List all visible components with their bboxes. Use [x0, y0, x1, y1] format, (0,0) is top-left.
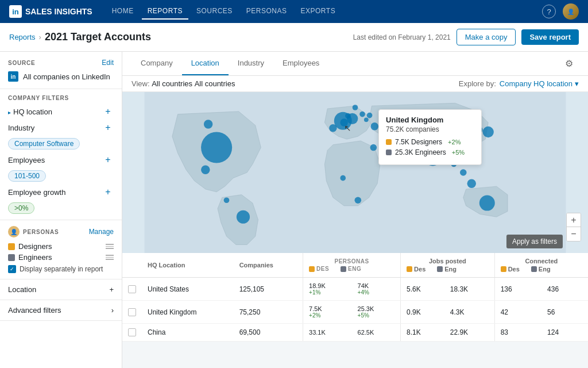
des-conn-us: 136 [494, 278, 541, 301]
eng-emp-uk: 25.3K +5% [352, 301, 401, 324]
nav-links: HOME REPORTS SOURCES PERSONAS EXPORTS [106, 3, 341, 20]
svg-point-25 [370, 144, 377, 151]
main-content: Company Location Industry Employees ⚙ Vi… [122, 52, 588, 368]
hq-location-label: ▸HQ location [8, 108, 52, 116]
svg-point-8 [204, 120, 212, 128]
industry-tag[interactable]: Computer Software [8, 138, 80, 150]
employees-row: Employees + [8, 154, 114, 166]
display-separately-checkbox[interactable]: ✓ [8, 265, 16, 273]
row-checkbox-uk[interactable] [128, 308, 136, 316]
advanced-filters-item[interactable]: Advanced filters › [0, 300, 122, 321]
row-checkbox-cn[interactable] [128, 328, 136, 336]
source-name: All companies on LinkedIn [23, 72, 110, 81]
country-uk: United Kingdom [142, 301, 234, 324]
tab-company[interactable]: Company [131, 52, 182, 75]
companies-us: 125,105 [234, 278, 303, 301]
svg-point-18 [340, 175, 346, 181]
apply-filters-button[interactable]: Apply as filters [506, 235, 563, 248]
view-value[interactable]: All countries [152, 79, 192, 88]
svg-point-11 [460, 169, 467, 176]
location-label: Location [8, 285, 36, 294]
hq-location-row: ▸HQ location + [8, 106, 114, 117]
last-edited-text: Last edited on February 1, 2021 [353, 33, 451, 41]
linkedin-icon: in [9, 5, 22, 18]
des-emp-uk: 7.5K +2% [303, 301, 352, 324]
tab-location[interactable]: Location [182, 52, 229, 75]
th-select-all [122, 253, 142, 278]
employee-growth-label: Employee growth [8, 188, 65, 197]
svg-point-7 [479, 195, 495, 211]
nav-home[interactable]: HOME [106, 3, 140, 20]
make-copy-button[interactable]: Make a copy [457, 29, 516, 45]
employee-growth-add-button[interactable]: + [102, 186, 114, 198]
app-name: SALES INSIGHTS [25, 7, 92, 16]
des-jobs-uk: 0.9K [401, 301, 444, 324]
tooltip-engineers-label: 25.3K Engineers [395, 148, 446, 156]
data-table: HQ Location Companies PERSONAS Des Eng [122, 253, 588, 342]
eng-emp-cn: 62.5K [352, 324, 401, 342]
breadcrumb-chevron: › [39, 33, 41, 41]
nav-reports[interactable]: REPORTS [142, 3, 188, 20]
explore-chevron-icon: ▾ [575, 79, 579, 88]
designers-name: Designers [18, 242, 102, 251]
employee-growth-row: Employee growth + [8, 186, 114, 198]
map-tooltip: United Kingdom 75.2K companies 7.5K Desi… [378, 109, 482, 165]
engineers-drag-handle[interactable] [106, 255, 114, 260]
designers-drag-handle[interactable] [106, 244, 114, 249]
source-section: SOURCE Edit in All companies on LinkedIn [0, 52, 122, 89]
tab-employees[interactable]: Employees [273, 52, 328, 75]
table-area: HQ Location Companies PERSONAS Des Eng [122, 253, 588, 342]
tooltip-engineers-growth: +5% [452, 149, 465, 156]
persona-designers: Designers [8, 242, 114, 251]
location-filter-item[interactable]: Location + [0, 279, 122, 300]
breadcrumb-reports-link[interactable]: Reports [9, 33, 36, 41]
breadcrumb: Reports › 2021 Target Accounts [9, 31, 151, 43]
table-row: China 69,500 33.1K 62.5K [122, 324, 588, 342]
main-layout: SOURCE Edit in All companies on LinkedIn… [0, 52, 588, 368]
nav-right: ? 👤 [542, 3, 579, 20]
engineers-color [8, 254, 15, 261]
industry-add-button[interactable]: + [102, 122, 114, 133]
row-checkbox-us[interactable] [128, 285, 136, 293]
tooltip-companies: 75.2K companies [386, 125, 474, 133]
industry-row: Industry + [8, 122, 114, 133]
svg-point-10 [345, 113, 351, 119]
svg-point-20 [224, 197, 230, 203]
explore-value[interactable]: Company HQ location ▾ [500, 79, 579, 88]
nav-exports[interactable]: EXPORTS [295, 3, 342, 20]
employees-tag[interactable]: 101-500 [8, 170, 46, 182]
th-hq-location: HQ Location [142, 253, 234, 278]
nav-personas[interactable]: PERSONAS [241, 3, 293, 20]
help-icon[interactable]: ? [542, 5, 556, 18]
tooltip-designers-dot [386, 139, 392, 145]
svg-point-29 [364, 117, 369, 122]
avatar[interactable]: 👤 [563, 3, 579, 20]
eng-emp-us: 74K +4% [352, 278, 401, 301]
zoom-out-button[interactable]: − [567, 227, 581, 241]
zoom-in-button[interactable]: + [567, 213, 581, 227]
designers-color [8, 243, 15, 250]
employees-add-button[interactable]: + [102, 154, 114, 166]
sidebar: SOURCE Edit in All companies on LinkedIn… [0, 52, 122, 368]
des-emp-cn: 33.1K [303, 324, 352, 342]
country-us: United States [142, 278, 234, 301]
eng-conn-uk: 56 [541, 301, 588, 324]
table-row: United Kingdom 75,250 7.5K +2% 25.3K +5% [122, 301, 588, 324]
svg-point-6 [237, 210, 250, 224]
explore-value-text: Company HQ location [500, 79, 572, 88]
svg-point-12 [483, 126, 494, 137]
industry-filter: Industry + Computer Software [8, 122, 114, 150]
edit-source-link[interactable]: Edit [102, 59, 114, 67]
table-row: United States 125,105 18.9K +1% 74K +4% [122, 278, 588, 301]
nav-sources[interactable]: SOURCES [191, 3, 238, 20]
companies-uk: 75,250 [234, 301, 303, 324]
manage-personas-link[interactable]: Manage [89, 228, 114, 236]
save-report-button[interactable]: Save report [521, 29, 579, 45]
employee-growth-tag[interactable]: >0% [8, 202, 34, 214]
tooltip-row-designers: 7.5K Designers +2% [386, 138, 474, 146]
hq-location-filter: ▸HQ location + [8, 106, 114, 117]
map-container[interactable]: ↖ United Kingdom 75.2K companies 7.5K De… [122, 92, 588, 253]
tab-industry[interactable]: Industry [229, 52, 273, 75]
settings-icon[interactable]: ⚙ [559, 52, 579, 75]
hq-location-add-button[interactable]: + [102, 106, 114, 117]
